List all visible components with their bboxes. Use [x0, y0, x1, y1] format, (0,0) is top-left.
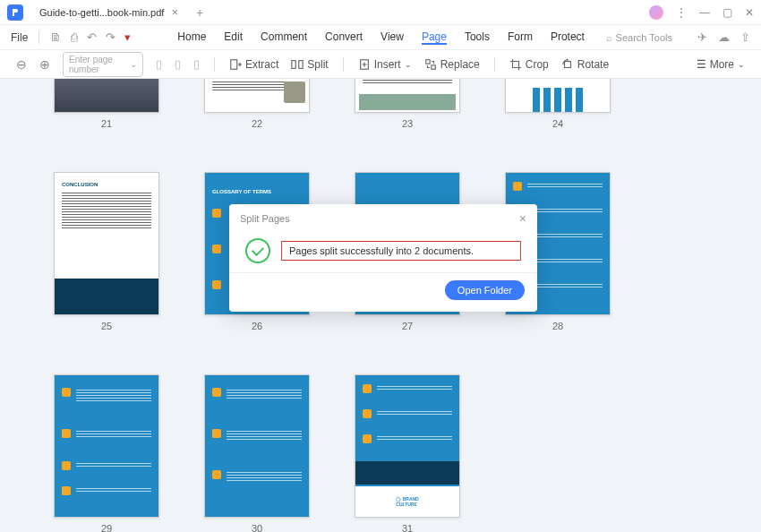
cloud-icon[interactable]: ☁: [718, 30, 730, 44]
menu-home[interactable]: Home: [177, 30, 206, 45]
page-thumb-22[interactable]: 22: [204, 79, 310, 129]
page-thumb-31[interactable]: ◯ BRANDCULTURE 31: [355, 374, 460, 532]
crop-button[interactable]: Crop: [509, 58, 549, 71]
menu-view[interactable]: View: [380, 30, 404, 45]
upload-icon[interactable]: ⇧: [740, 30, 750, 44]
undo-icon[interactable]: ↶: [87, 30, 97, 44]
separator: [343, 57, 344, 72]
page-thumb-25[interactable]: CONCLUSION 25: [54, 172, 159, 331]
dropdown-icon[interactable]: ▾: [124, 30, 131, 44]
menu-tools[interactable]: Tools: [465, 30, 490, 45]
svg-rect-1: [292, 60, 295, 68]
title-bar: Guide-to-getti...book-min.pdf × + ⋮ — ▢ …: [0, 0, 761, 25]
close-tab-icon[interactable]: ×: [171, 5, 178, 19]
page-thumb-21[interactable]: 21: [54, 79, 159, 129]
svg-rect-6: [564, 61, 570, 67]
page-thumb-24[interactable]: 24: [505, 79, 611, 129]
success-check-icon: [245, 238, 270, 263]
search-icon: ⌕: [606, 32, 612, 43]
page-thumb-23[interactable]: 23: [355, 79, 460, 129]
rotate-button[interactable]: Rotate: [561, 58, 609, 71]
add-tab-button[interactable]: +: [196, 5, 203, 20]
menu-comment[interactable]: Comment: [261, 30, 307, 45]
minimize-button[interactable]: —: [699, 6, 710, 19]
redo-icon[interactable]: ↷: [106, 30, 115, 44]
maximize-button[interactable]: ▢: [723, 6, 732, 19]
menu-bar: File 🗎 ⎙ ↶ ↷ ▾ Home Edit Comment Convert…: [0, 25, 761, 50]
svg-rect-4: [425, 59, 429, 63]
search-tools[interactable]: ⌕ Search Tools: [606, 32, 672, 43]
page-number-input[interactable]: Enter page number⌄: [63, 52, 143, 77]
more-button[interactable]: ☰More⌄: [697, 58, 745, 71]
menu-page[interactable]: Page: [422, 30, 447, 45]
page-icon-1[interactable]: ▯: [156, 57, 162, 71]
insert-button[interactable]: Insert⌄: [358, 58, 412, 71]
svg-rect-2: [299, 60, 303, 68]
tab-title: Guide-to-getti...book-min.pdf: [39, 7, 164, 18]
menu-protect[interactable]: Protect: [551, 30, 585, 45]
document-tab[interactable]: Guide-to-getti...book-min.pdf ×: [30, 2, 187, 23]
dialog-message: Pages split successfully into 2 document…: [281, 241, 521, 261]
page-toolbar: ⊖ ⊕ Enter page number⌄ ▯ ▯ ▯ Extract Spl…: [0, 50, 761, 79]
separator: [38, 31, 39, 44]
dialog-title: Split Pages: [240, 213, 290, 224]
menu-convert[interactable]: Convert: [325, 30, 363, 45]
svg-rect-5: [432, 64, 435, 68]
separator: [214, 57, 215, 72]
chevron-down-icon: ⌄: [738, 60, 745, 69]
hamburger-icon: ☰: [697, 58, 706, 71]
extract-button[interactable]: Extract: [229, 58, 278, 71]
page-thumb-29[interactable]: 29: [54, 374, 159, 532]
save-icon[interactable]: 🗎: [50, 30, 62, 44]
page-icon-3[interactable]: ▯: [193, 57, 200, 71]
split-pages-dialog: Split Pages × Pages split successfully i…: [229, 204, 537, 312]
print-icon[interactable]: ⎙: [71, 30, 78, 44]
send-icon[interactable]: ✈: [697, 30, 707, 44]
kebab-menu-icon[interactable]: ⋮: [676, 6, 687, 19]
open-folder-button[interactable]: Open Folder: [445, 280, 525, 300]
page-icon-2[interactable]: ▯: [175, 57, 181, 71]
menu-form[interactable]: Form: [508, 30, 533, 45]
separator: [494, 57, 495, 72]
file-menu[interactable]: File: [11, 31, 28, 44]
svg-rect-0: [231, 59, 237, 69]
replace-button[interactable]: Replace: [424, 58, 480, 71]
chevron-down-icon: ⌄: [405, 60, 412, 69]
zoom-in-button[interactable]: ⊕: [39, 57, 50, 72]
dialog-close-button[interactable]: ×: [519, 211, 526, 226]
close-window-button[interactable]: ✕: [745, 6, 754, 19]
chevron-down-icon: ⌄: [130, 59, 137, 69]
zoom-out-button[interactable]: ⊖: [16, 57, 27, 72]
user-avatar[interactable]: [649, 5, 663, 20]
app-icon: [7, 4, 23, 21]
page-thumb-30[interactable]: 30: [204, 374, 310, 532]
menu-edit[interactable]: Edit: [224, 30, 243, 45]
main-menu: Home Edit Comment Convert View Page Tool…: [177, 30, 585, 45]
split-button[interactable]: Split: [291, 58, 328, 71]
